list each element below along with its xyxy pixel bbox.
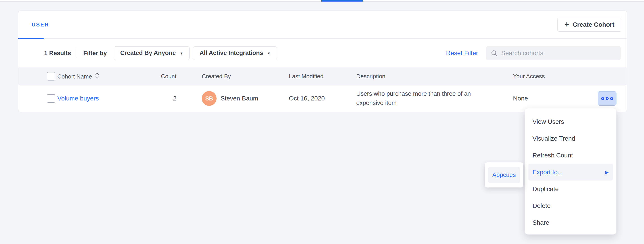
last-modified-cell: Oct 16, 2020 bbox=[289, 95, 325, 102]
reset-filter-link[interactable]: Reset Filter bbox=[446, 50, 478, 57]
cohort-name-link[interactable]: Volume buyers bbox=[57, 95, 99, 102]
cohort-count: 2 bbox=[151, 95, 176, 102]
menu-item-share[interactable]: Share bbox=[525, 214, 616, 231]
active-page-tab-indicator bbox=[321, 0, 363, 2]
results-count: 1 Results bbox=[44, 50, 71, 57]
top-tab-strip bbox=[0, 0, 644, 2]
row-actions-more-button[interactable] bbox=[598, 91, 616, 106]
menu-item-view-users[interactable]: View Users bbox=[525, 113, 616, 130]
table-header: Cohort Name Count Created By Last Modifi… bbox=[18, 68, 627, 85]
search-input[interactable] bbox=[501, 50, 616, 57]
more-dots-icon bbox=[606, 97, 608, 100]
chevron-down-icon: ▼ bbox=[180, 51, 183, 55]
created-by-name: Steven Baum bbox=[220, 95, 258, 102]
more-dots-icon bbox=[601, 97, 604, 100]
search-icon bbox=[491, 50, 498, 57]
select-all-checkbox[interactable] bbox=[47, 72, 55, 81]
menu-item-export-to[interactable]: Export to... ▶ bbox=[528, 164, 613, 180]
column-header-cohort-name[interactable]: Cohort Name bbox=[57, 73, 99, 80]
menu-item-visualize-trend[interactable]: Visualize Trend bbox=[525, 130, 616, 147]
create-cohort-label: Create Cohort bbox=[572, 21, 614, 28]
menu-item-duplicate[interactable]: Duplicate bbox=[525, 180, 616, 197]
table-row: Volume buyers 2 SB Steven Baum Oct 16, 2… bbox=[18, 85, 627, 112]
create-cohort-button[interactable]: + Create Cohort bbox=[557, 18, 622, 32]
created-by-cell: SB Steven Baum bbox=[202, 91, 258, 106]
filter-bar: 1 Results Filter by Created By Anyone ▼ … bbox=[18, 39, 627, 68]
column-header-count[interactable]: Count bbox=[151, 73, 176, 80]
filter-by-label: Filter by bbox=[83, 50, 107, 57]
description-cell: Users who purchase more than three of an… bbox=[356, 89, 485, 108]
integrations-dropdown[interactable]: All Active Integrations ▼ bbox=[193, 47, 277, 60]
submenu-arrow-icon: ▶ bbox=[605, 169, 608, 175]
divider bbox=[76, 48, 76, 58]
search-box[interactable] bbox=[486, 46, 621, 60]
row-checkbox[interactable] bbox=[47, 94, 55, 103]
column-header-last-modified[interactable]: Last Modified bbox=[289, 73, 324, 80]
created-by-dropdown-value: Created By Anyone bbox=[120, 50, 176, 57]
more-dots-icon bbox=[610, 97, 613, 100]
column-header-your-access[interactable]: Your Access bbox=[513, 73, 545, 80]
menu-item-delete[interactable]: Delete bbox=[525, 197, 616, 214]
tab-user[interactable]: USER bbox=[18, 11, 49, 39]
integrations-dropdown-value: All Active Integrations bbox=[200, 50, 263, 57]
tab-user-label: USER bbox=[32, 22, 49, 28]
access-cell: None bbox=[513, 95, 528, 102]
submenu-item-appcues[interactable]: Appcues bbox=[488, 167, 520, 183]
column-header-description[interactable]: Description bbox=[356, 73, 485, 80]
chevron-down-icon: ▼ bbox=[267, 51, 270, 55]
column-header-created-by[interactable]: Created By bbox=[202, 73, 231, 80]
cohorts-panel: USER + Create Cohort 1 Results Filter by… bbox=[18, 11, 627, 112]
menu-item-refresh-count[interactable]: Refresh Count bbox=[525, 147, 616, 164]
created-by-dropdown[interactable]: Created By Anyone ▼ bbox=[114, 47, 190, 60]
export-submenu: Appcues bbox=[485, 162, 523, 187]
cohort-tab-bar: USER + Create Cohort bbox=[18, 11, 627, 39]
row-context-menu: View Users Visualize Trend Refresh Count… bbox=[525, 108, 616, 234]
avatar: SB bbox=[202, 91, 216, 106]
sort-icon bbox=[95, 73, 99, 79]
